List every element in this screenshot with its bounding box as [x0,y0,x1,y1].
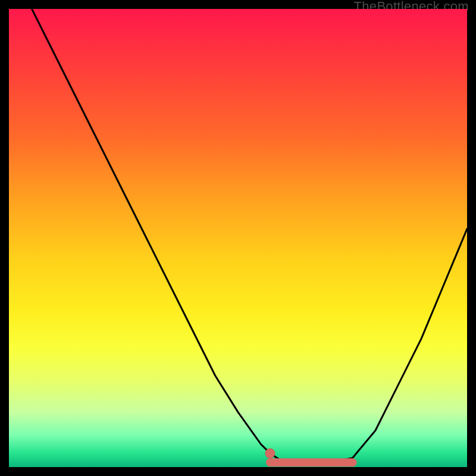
dot-marker [265,449,275,458]
plot-area [9,9,467,467]
bottleneck-curve [9,9,467,462]
chart-stage: TheBottleneck.com [0,0,476,476]
plot-svg [9,9,467,467]
